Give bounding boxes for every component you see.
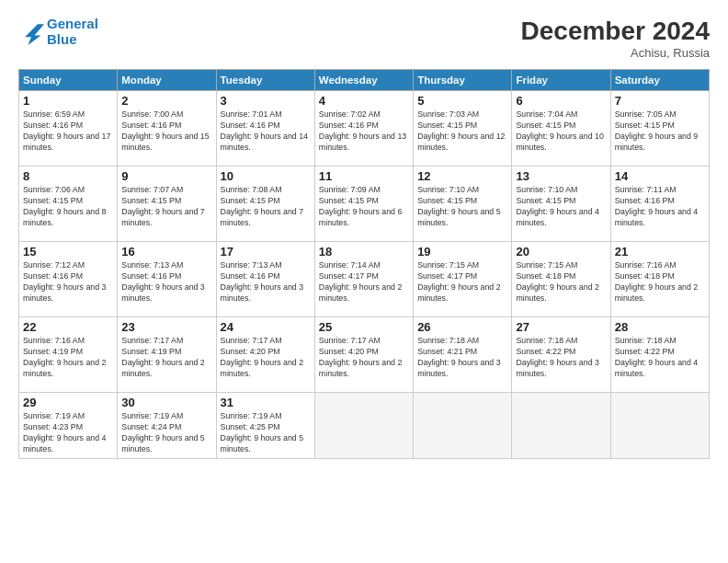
calendar-cell (512, 393, 610, 459)
month-title: December 2024 (521, 17, 710, 46)
logo-text: General Blue (47, 17, 98, 47)
calendar-cell: 28Sunrise: 7:18 AMSunset: 4:22 PMDayligh… (610, 317, 709, 393)
day-number: 5 (417, 94, 507, 108)
day-number: 4 (319, 94, 409, 108)
calendar-cell: 16Sunrise: 7:13 AMSunset: 4:16 PMDayligh… (118, 242, 216, 317)
day-number: 3 (221, 94, 311, 108)
weekday-header: Monday (118, 70, 216, 91)
day-number: 31 (221, 396, 311, 409)
calendar-cell: 12Sunrise: 7:10 AMSunset: 4:15 PMDayligh… (414, 167, 512, 242)
weekday-header: Saturday (610, 70, 709, 91)
cell-info: Sunrise: 7:19 AMSunset: 4:25 PMDaylight:… (221, 411, 311, 455)
cell-info: Sunrise: 7:14 AMSunset: 4:17 PMDaylight:… (319, 260, 409, 304)
day-number: 12 (417, 169, 507, 183)
cell-info: Sunrise: 7:16 AMSunset: 4:18 PMDaylight:… (615, 260, 705, 304)
cell-info: Sunrise: 7:13 AMSunset: 4:16 PMDaylight:… (221, 260, 311, 304)
day-number: 1 (23, 94, 113, 108)
cell-info: Sunrise: 7:10 AMSunset: 4:15 PMDaylight:… (516, 185, 606, 229)
calendar-cell: 19Sunrise: 7:15 AMSunset: 4:17 PMDayligh… (414, 242, 512, 317)
weekday-header: Wednesday (314, 70, 413, 91)
weekday-header: Friday (512, 70, 610, 91)
cell-info: Sunrise: 7:11 AMSunset: 4:16 PMDaylight:… (615, 185, 705, 229)
cell-info: Sunrise: 7:07 AMSunset: 4:15 PMDaylight:… (121, 185, 211, 229)
day-number: 9 (121, 169, 211, 183)
calendar-cell (414, 393, 512, 459)
cell-info: Sunrise: 7:18 AMSunset: 4:21 PMDaylight:… (417, 336, 507, 380)
calendar-cell: 22Sunrise: 7:16 AMSunset: 4:19 PMDayligh… (19, 317, 118, 393)
calendar-cell: 13Sunrise: 7:10 AMSunset: 4:15 PMDayligh… (512, 167, 610, 242)
calendar-cell: 25Sunrise: 7:17 AMSunset: 4:20 PMDayligh… (314, 317, 413, 393)
day-number: 21 (615, 245, 705, 259)
cell-info: Sunrise: 7:18 AMSunset: 4:22 PMDaylight:… (516, 336, 606, 380)
calendar-cell: 18Sunrise: 7:14 AMSunset: 4:17 PMDayligh… (314, 242, 413, 317)
calendar-cell: 27Sunrise: 7:18 AMSunset: 4:22 PMDayligh… (512, 317, 610, 393)
cell-info: Sunrise: 7:08 AMSunset: 4:15 PMDaylight:… (221, 185, 311, 229)
calendar-cell: 20Sunrise: 7:15 AMSunset: 4:18 PMDayligh… (512, 242, 610, 317)
calendar-cell: 9Sunrise: 7:07 AMSunset: 4:15 PMDaylight… (118, 167, 216, 242)
day-number: 26 (417, 320, 507, 334)
cell-info: Sunrise: 7:17 AMSunset: 4:20 PMDaylight:… (221, 336, 311, 380)
day-number: 19 (417, 245, 507, 259)
calendar-cell: 14Sunrise: 7:11 AMSunset: 4:16 PMDayligh… (610, 167, 709, 242)
calendar-cell: 5Sunrise: 7:03 AMSunset: 4:15 PMDaylight… (414, 91, 512, 167)
logo: General Blue (18, 17, 98, 47)
calendar-cell: 2Sunrise: 7:00 AMSunset: 4:16 PMDaylight… (118, 91, 216, 167)
day-number: 14 (615, 169, 705, 183)
calendar-week-row: 15Sunrise: 7:12 AMSunset: 4:16 PMDayligh… (19, 242, 710, 317)
cell-info: Sunrise: 7:03 AMSunset: 4:15 PMDaylight:… (417, 109, 507, 154)
day-number: 10 (221, 169, 311, 183)
day-number: 13 (516, 169, 606, 183)
svg-marker-0 (25, 24, 44, 45)
cell-info: Sunrise: 7:19 AMSunset: 4:23 PMDaylight:… (23, 411, 113, 455)
calendar-cell: 10Sunrise: 7:08 AMSunset: 4:15 PMDayligh… (216, 167, 314, 242)
page: General Blue December 2024 Achisu, Russi… (0, 0, 728, 563)
weekday-header: Sunday (19, 70, 118, 91)
calendar-cell: 31Sunrise: 7:19 AMSunset: 4:25 PMDayligh… (216, 393, 314, 459)
location: Achisu, Russia (521, 46, 710, 60)
calendar-cell: 26Sunrise: 7:18 AMSunset: 4:21 PMDayligh… (414, 317, 512, 393)
calendar-cell: 4Sunrise: 7:02 AMSunset: 4:16 PMDaylight… (314, 91, 413, 167)
weekday-header: Tuesday (216, 70, 314, 91)
cell-info: Sunrise: 7:13 AMSunset: 4:16 PMDaylight:… (121, 260, 211, 304)
title-block: December 2024 Achisu, Russia (521, 17, 710, 60)
day-number: 29 (23, 396, 113, 409)
day-number: 24 (221, 320, 311, 334)
day-number: 7 (615, 94, 705, 108)
calendar-table: SundayMondayTuesdayWednesdayThursdayFrid… (18, 69, 710, 459)
cell-info: Sunrise: 7:05 AMSunset: 4:15 PMDaylight:… (615, 109, 705, 154)
day-number: 15 (23, 245, 113, 259)
calendar-cell: 1Sunrise: 6:59 AMSunset: 4:16 PMDaylight… (19, 91, 118, 167)
calendar-cell: 23Sunrise: 7:17 AMSunset: 4:19 PMDayligh… (118, 317, 216, 393)
day-number: 27 (516, 320, 606, 334)
day-number: 20 (516, 245, 606, 259)
cell-info: Sunrise: 7:17 AMSunset: 4:19 PMDaylight:… (121, 336, 211, 380)
cell-info: Sunrise: 7:02 AMSunset: 4:16 PMDaylight:… (319, 109, 409, 154)
cell-info: Sunrise: 7:16 AMSunset: 4:19 PMDaylight:… (23, 336, 113, 380)
header: General Blue December 2024 Achisu, Russi… (18, 17, 710, 60)
calendar-cell: 15Sunrise: 7:12 AMSunset: 4:16 PMDayligh… (19, 242, 118, 317)
day-number: 11 (319, 169, 409, 183)
cell-info: Sunrise: 7:12 AMSunset: 4:16 PMDaylight:… (23, 260, 113, 304)
calendar-header-row: SundayMondayTuesdayWednesdayThursdayFrid… (19, 70, 710, 91)
calendar-cell (610, 393, 709, 459)
cell-info: Sunrise: 7:00 AMSunset: 4:16 PMDaylight:… (121, 109, 211, 154)
day-number: 17 (221, 245, 311, 259)
calendar-cell: 11Sunrise: 7:09 AMSunset: 4:15 PMDayligh… (314, 167, 413, 242)
calendar-cell: 21Sunrise: 7:16 AMSunset: 4:18 PMDayligh… (610, 242, 709, 317)
cell-info: Sunrise: 7:09 AMSunset: 4:15 PMDaylight:… (319, 185, 409, 229)
calendar-cell: 30Sunrise: 7:19 AMSunset: 4:24 PMDayligh… (118, 393, 216, 459)
cell-info: Sunrise: 7:06 AMSunset: 4:15 PMDaylight:… (23, 185, 113, 229)
day-number: 23 (121, 320, 211, 334)
calendar-week-row: 1Sunrise: 6:59 AMSunset: 4:16 PMDaylight… (19, 91, 710, 167)
cell-info: Sunrise: 7:17 AMSunset: 4:20 PMDaylight:… (319, 336, 409, 380)
calendar-week-row: 29Sunrise: 7:19 AMSunset: 4:23 PMDayligh… (19, 393, 710, 459)
cell-info: Sunrise: 7:18 AMSunset: 4:22 PMDaylight:… (615, 336, 705, 380)
day-number: 8 (23, 169, 113, 183)
cell-info: Sunrise: 7:15 AMSunset: 4:17 PMDaylight:… (417, 260, 507, 304)
calendar-cell: 17Sunrise: 7:13 AMSunset: 4:16 PMDayligh… (216, 242, 314, 317)
cell-info: Sunrise: 7:01 AMSunset: 4:16 PMDaylight:… (221, 109, 311, 154)
calendar-cell (314, 393, 413, 459)
calendar-cell: 6Sunrise: 7:04 AMSunset: 4:15 PMDaylight… (512, 91, 610, 167)
calendar-week-row: 22Sunrise: 7:16 AMSunset: 4:19 PMDayligh… (19, 317, 710, 393)
day-number: 16 (121, 245, 211, 259)
